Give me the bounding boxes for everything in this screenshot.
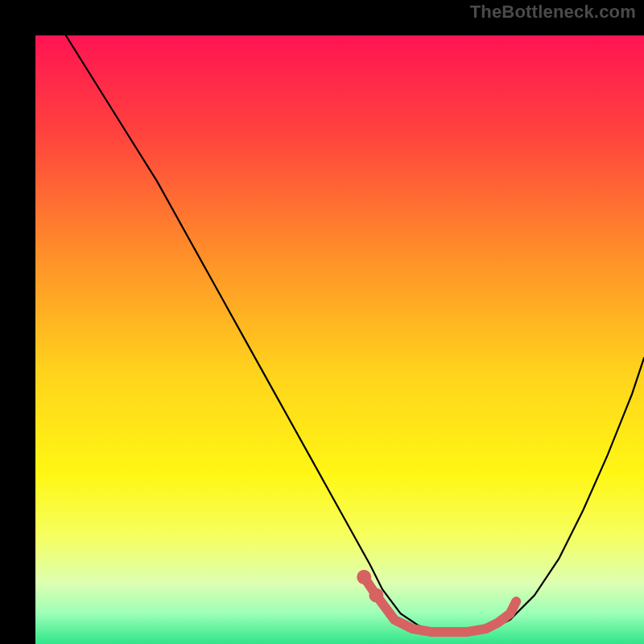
gradient-background — [35, 35, 644, 644]
bottleneck-chart — [35, 35, 644, 644]
watermark-text: TheBottleneck.com — [470, 2, 636, 23]
plot-area — [35, 35, 644, 644]
highlight-dot — [357, 570, 371, 584]
highlight-dot — [369, 588, 383, 603]
chart-frame — [18, 18, 626, 626]
